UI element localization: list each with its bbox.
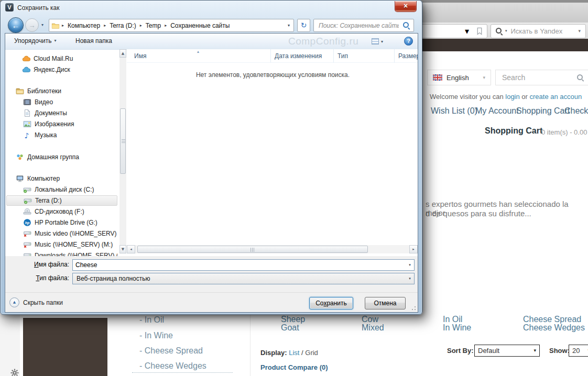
filename-label-mnemonic: И: [34, 261, 39, 268]
sort-by-select[interactable]: Default ▾: [474, 345, 540, 357]
breadcrumb-dropdown-icon[interactable]: ▾: [288, 24, 291, 28]
cancel-label: Отмена: [374, 300, 396, 307]
breadcrumb-separator-icon[interactable]: ▸: [102, 24, 108, 28]
browser-search-field[interactable]: ▾ ▾: [491, 24, 586, 38]
filename-combo[interactable]: ▾: [72, 259, 415, 271]
category-cheese-wedges[interactable]: Cheese Wedges: [523, 323, 585, 333]
sidebar-item-homegroup[interactable]: Домашняя группа: [6, 152, 117, 162]
help-button[interactable]: ?: [404, 37, 413, 46]
scroll-left-button[interactable]: ◂: [127, 245, 135, 253]
chevron-down-icon[interactable]: ▾: [406, 263, 414, 267]
dialog-search-input[interactable]: [318, 21, 400, 30]
scroll-right-button[interactable]: ▸: [409, 245, 418, 253]
product-compare-link[interactable]: Product Compare (0): [260, 363, 328, 371]
checkout-link[interactable]: Checkou: [564, 106, 588, 116]
column-header-size[interactable]: Размер: [395, 49, 418, 63]
command-bar: Упорядочить ▾ Новая папка CompConfig.ru …: [5, 34, 418, 50]
breadcrumb-separator-icon[interactable]: ▸: [162, 24, 169, 28]
sidebar-item-music-video-l[interactable]: Music video (\\HOME_SERV) (L:: [6, 228, 117, 239]
browser-search-input[interactable]: [510, 27, 576, 36]
screen: ▾ ▾ ▾ English ▾ Welcome visitor you can …: [0, 0, 588, 376]
sidebar-scrollbar[interactable]: ▲ ▼: [119, 49, 126, 253]
sidebar-item-cloud-mailru[interactable]: Cloud Mail.Ru: [6, 53, 117, 64]
category-in-wine[interactable]: In Wine: [443, 323, 471, 333]
display-grid-link[interactable]: Grid: [305, 349, 318, 357]
category-goat[interactable]: Goat: [281, 323, 299, 333]
display-list-link[interactable]: List: [289, 349, 299, 357]
login-link[interactable]: login: [505, 93, 519, 101]
site-search-box[interactable]: [495, 70, 588, 85]
back-button[interactable]: ←: [8, 17, 24, 33]
search-icon[interactable]: [577, 74, 584, 81]
banner-image: [23, 318, 107, 376]
filename-input[interactable]: [73, 261, 406, 269]
file-list-scrollbar[interactable]: ◂ ▸: [127, 245, 418, 253]
sidebar-item-cd-f[interactable]: CD-дисковод (F:): [6, 206, 117, 217]
column-header-type[interactable]: Тип: [334, 49, 395, 63]
forward-button[interactable]: →: [25, 18, 39, 32]
breadcrumb-item-terra-d[interactable]: Terra (D:): [108, 22, 138, 29]
resize-grip[interactable]: [415, 309, 416, 310]
site-search-input[interactable]: [501, 73, 573, 82]
side-link-cheese-spread[interactable]: - Cheese Spread: [139, 346, 203, 356]
scrollbar-thumb[interactable]: [137, 246, 368, 253]
language-selector[interactable]: English ▾: [427, 70, 491, 85]
sidebar-item-music[interactable]: ♪Музыка: [6, 130, 117, 140]
wish-list-link[interactable]: Wish List (0): [431, 106, 477, 116]
sidebar-item-pictures[interactable]: Изображения: [6, 119, 117, 129]
show-label: Show:: [549, 347, 570, 355]
sidebar-item-libraries[interactable]: Библиотеки: [6, 86, 117, 96]
show-select[interactable]: 20 ▾: [569, 345, 588, 357]
breadcrumb-item-saved-sites[interactable]: Сохраненные сайты: [169, 22, 231, 29]
url-dropdown-icon[interactable]: ▾: [465, 27, 469, 36]
search-engine-dropdown-icon[interactable]: ▾: [505, 29, 507, 33]
bookmark-icon[interactable]: [476, 27, 483, 35]
views-icon[interactable]: [372, 38, 379, 45]
sidebar-item-hp-g[interactable]: hpHP Portable Drive (G:): [6, 217, 117, 228]
filetype-select[interactable]: Веб-страница полностью ▾: [72, 273, 415, 284]
shopping-cart-link[interactable]: Shopping Cart: [516, 106, 570, 116]
sidebar-item-documents[interactable]: Документы: [6, 108, 117, 118]
sidebar-item-computer[interactable]: Компьютер: [6, 173, 117, 184]
organize-menu-button[interactable]: Упорядочить ▾: [14, 37, 56, 45]
save-button[interactable]: Сохранить: [309, 297, 353, 309]
column-header-date[interactable]: Дата изменения: [271, 49, 334, 63]
dialog-search-box[interactable]: [313, 19, 414, 32]
create-account-link[interactable]: create an accoun: [530, 93, 582, 101]
side-link-in-oil[interactable]: - In Oil: [139, 315, 164, 325]
chevron-down-icon: ▾: [54, 39, 56, 43]
scroll-down-button[interactable]: ▼: [119, 245, 126, 253]
breadcrumb-separator-icon[interactable]: ▸: [60, 24, 66, 28]
sidebar-item-disk-c[interactable]: Локальный диск (C:): [6, 184, 117, 195]
scroll-up-button[interactable]: ▲: [119, 49, 126, 58]
cancel-button[interactable]: Отмена: [365, 297, 406, 309]
chevron-down-icon[interactable]: ▾: [406, 277, 414, 281]
divider: [5, 292, 418, 293]
hide-folders-button[interactable]: ▲ Скрыть папки: [9, 297, 63, 307]
sidebar-item-video[interactable]: Видео: [6, 97, 117, 107]
breadcrumb-separator-icon[interactable]: ▸: [138, 24, 144, 28]
sidebar-item-label: Яндекс.Диск: [34, 66, 70, 73]
sidebar-item-yandex-disk[interactable]: Яндекс.Диск: [6, 64, 117, 75]
breadcrumb-item-temp[interactable]: Temp: [144, 22, 162, 29]
category-mixed[interactable]: Mixed: [362, 323, 384, 333]
library-icon: [16, 87, 24, 95]
refresh-button[interactable]: ↻: [297, 19, 310, 32]
chevron-down-icon[interactable]: ▾: [578, 29, 581, 34]
sidebar-item-downloads-n[interactable]: Downloads (\\HOME_SERV) (N: [6, 250, 117, 256]
scrollbar-thumb[interactable]: [120, 108, 126, 174]
sidebar-item-music-m[interactable]: Music (\\HOME_SERV) (M:): [6, 239, 117, 250]
recent-locations-dropdown-icon[interactable]: ▾: [41, 23, 43, 27]
side-link-cheese-wedges[interactable]: - Cheese Wedges: [139, 361, 206, 371]
search-icon[interactable]: [403, 22, 410, 29]
new-folder-button[interactable]: Новая папка: [75, 37, 112, 45]
url-bar[interactable]: ▾: [413, 24, 487, 38]
views-dropdown-icon[interactable]: ▾: [381, 40, 383, 44]
gear-icon[interactable]: [10, 368, 19, 376]
close-button[interactable]: ×: [395, 1, 417, 12]
side-link-in-wine[interactable]: - In Wine: [139, 331, 173, 340]
breadcrumb-item-computer[interactable]: Компьютер: [66, 22, 102, 29]
my-account-link[interactable]: My Account: [475, 106, 519, 116]
cart-count[interactable]: 0 item(s) - 0.00: [541, 128, 587, 136]
sidebar-item-terra-d[interactable]: Terra (D:): [6, 195, 117, 206]
